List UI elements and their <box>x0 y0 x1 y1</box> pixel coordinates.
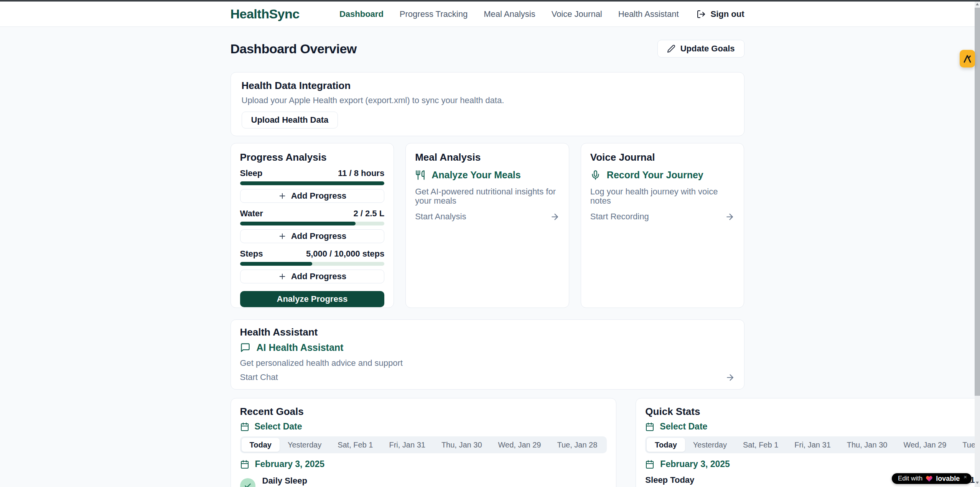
meal-analysis-description: Get AI-powered nutritional insights for … <box>415 187 560 206</box>
voice-journal-title: Voice Journal <box>590 152 735 163</box>
steps-progress-bar <box>240 262 385 266</box>
analyze-your-meals-link[interactable]: Analyze Your Meals <box>415 169 560 181</box>
goal-completed-badge <box>240 478 255 487</box>
metric-steps-value: 5,000 / 10,000 steps <box>306 249 384 258</box>
scrollbar-down-arrow[interactable] <box>976 482 979 484</box>
water-progress-fill <box>240 222 356 225</box>
scrollbar-thumb[interactable] <box>975 8 980 396</box>
metric-sleep: Sleep 11 / 8 hours Add Progress <box>240 169 385 203</box>
main-nav: Dashboard Progress Tracking Meal Analysi… <box>339 9 744 19</box>
health-data-integration-card: Health Data Integration Upload your Appl… <box>231 72 744 136</box>
tab-wed-jan-29[interactable]: Wed, Jan 29 <box>490 438 549 452</box>
health-assistant-description: Get personalized health advice and suppo… <box>240 359 735 368</box>
tab-fri-jan-31[interactable]: Fri, Jan 31 <box>381 438 433 452</box>
utensils-icon <box>415 170 425 180</box>
tab-yesterday[interactable]: Yesterday <box>280 438 329 452</box>
add-water-progress-button[interactable]: Add Progress <box>240 229 385 243</box>
plus-icon <box>278 192 287 200</box>
quick-stats-title: Quick Stats <box>645 406 980 417</box>
scrollbar-up-arrow[interactable] <box>976 3 979 5</box>
page-viewport: HealthSync Dashboard Progress Tracking M… <box>0 0 975 487</box>
nav-item-health-assistant[interactable]: Health Assistant <box>618 9 679 19</box>
sign-out-button[interactable]: Sign out <box>697 9 744 19</box>
progress-analysis-title: Progress Analysis <box>240 152 385 163</box>
tab-tue-jan-28[interactable]: Tue, Jan 28 <box>549 438 605 452</box>
recent-goals-date-tabs: Today Yesterday Sat, Feb 1 Fri, Jan 31 T… <box>240 436 607 453</box>
metric-water-label: Water <box>240 209 263 218</box>
calendar-icon <box>240 460 249 469</box>
tab-today[interactable]: Today <box>242 438 280 452</box>
tab-today[interactable]: Today <box>647 438 685 452</box>
app-header: HealthSync Dashboard Progress Tracking M… <box>0 2 975 27</box>
meal-analysis-card: Meal Analysis Analyze Your Meals Get AI-… <box>405 143 569 308</box>
calendar-icon <box>645 460 654 469</box>
tab-yesterday[interactable]: Yesterday <box>685 438 735 452</box>
start-chat-link[interactable]: Start Chat <box>240 372 735 382</box>
lovable-fab-button[interactable] <box>960 50 975 67</box>
health-assistant-title: Health Assistant <box>240 327 735 337</box>
microphone-icon <box>590 170 601 180</box>
voice-journal-card: Voice Journal Record Your Journey Log yo… <box>581 143 744 308</box>
calendar-icon <box>645 422 654 431</box>
tab-sat-feb-1[interactable]: Sat, Feb 1 <box>329 438 381 452</box>
add-steps-progress-button[interactable]: Add Progress <box>240 270 385 283</box>
plus-icon <box>278 232 287 240</box>
sleep-progress-fill <box>240 181 385 185</box>
quick-stats-date-tabs: Today Yesterday Sat, Feb 1 Fri, Jan 31 T… <box>645 436 980 453</box>
integration-description: Upload your Apple Health export (export.… <box>242 96 733 105</box>
quick-stats-current-date[interactable]: February 3, 2025 <box>645 459 980 469</box>
sleep-progress-bar <box>240 181 385 185</box>
add-sleep-progress-button[interactable]: Add Progress <box>240 189 385 203</box>
nav-item-meal-analysis[interactable]: Meal Analysis <box>484 9 535 19</box>
nav-item-dashboard[interactable]: Dashboard <box>339 9 384 19</box>
edit-with-lovable-badge[interactable]: Edit with lovable × <box>892 473 972 484</box>
tab-fri-jan-31[interactable]: Fri, Jan 31 <box>786 438 838 452</box>
health-assistant-card: Health Assistant AI Health Assistant Get… <box>231 319 744 390</box>
badge-prefix: Edit with <box>898 475 922 482</box>
tab-thu-jan-30[interactable]: Thu, Jan 30 <box>839 438 896 452</box>
voice-journal-description: Log your health journey with voice notes <box>590 187 735 206</box>
metric-sleep-label: Sleep <box>240 169 263 178</box>
nav-item-voice-journal[interactable]: Voice Journal <box>552 9 602 19</box>
analyze-progress-button[interactable]: Analyze Progress <box>240 291 385 307</box>
metric-sleep-value: 11 / 8 hours <box>338 169 384 178</box>
integration-title: Health Data Integration <box>242 80 733 91</box>
start-analysis-link[interactable]: Start Analysis <box>415 212 560 222</box>
start-recording-link[interactable]: Start Recording <box>590 212 735 222</box>
recent-goals-current-date[interactable]: February 3, 2025 <box>240 459 607 469</box>
record-your-journey-link[interactable]: Record Your Journey <box>590 169 735 181</box>
heart-icon <box>926 475 933 482</box>
window-top-strip <box>0 0 980 2</box>
ai-health-assistant-link[interactable]: AI Health Assistant <box>240 342 735 353</box>
check-icon <box>244 482 252 487</box>
pencil-icon <box>667 44 675 53</box>
chat-bubble-icon <box>240 342 250 353</box>
plus-icon <box>278 272 287 281</box>
metric-water: Water 2 / 2.5 L Add Progress <box>240 209 385 243</box>
calendar-icon <box>240 422 249 431</box>
nav-item-progress-tracking[interactable]: Progress Tracking <box>400 9 468 19</box>
log-out-icon <box>697 10 706 19</box>
water-progress-bar <box>240 222 385 225</box>
upload-health-data-button[interactable]: Upload Health Data <box>242 112 338 128</box>
recent-goals-select-date[interactable]: Select Date <box>240 421 607 432</box>
app-logo[interactable]: HealthSync <box>231 7 300 21</box>
tab-thu-jan-30[interactable]: Thu, Jan 30 <box>433 438 490 452</box>
metric-steps-label: Steps <box>240 249 263 258</box>
arrow-right-icon <box>725 373 735 382</box>
goal-item-daily-sleep: Daily Sleep 11 / 8 hours <box>240 476 607 487</box>
metric-steps: Steps 5,000 / 10,000 steps Add Progress <box>240 249 385 283</box>
update-goals-button[interactable]: Update Goals <box>657 40 744 58</box>
badge-close-icon[interactable]: × <box>964 474 967 480</box>
metric-water-value: 2 / 2.5 L <box>353 209 384 218</box>
tab-sat-feb-1[interactable]: Sat, Feb 1 <box>735 438 786 452</box>
page-title: Dashboard Overview <box>231 41 357 56</box>
page-scrollbar[interactable] <box>975 0 980 487</box>
meal-analysis-title: Meal Analysis <box>415 152 560 163</box>
sleep-today-label: Sleep Today <box>645 475 694 485</box>
quick-stats-select-date[interactable]: Select Date <box>645 421 980 432</box>
lovable-logo-icon <box>962 53 973 64</box>
steps-progress-fill <box>240 262 312 266</box>
arrow-right-icon <box>550 212 560 222</box>
tab-wed-jan-29[interactable]: Wed, Jan 29 <box>895 438 954 452</box>
